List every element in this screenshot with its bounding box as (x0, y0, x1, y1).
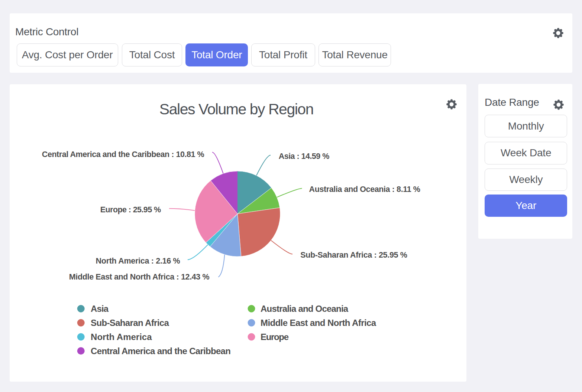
svg-text:Central America and the Caribb: Central America and the Caribbean (91, 346, 231, 356)
svg-text:Europe: Europe (261, 332, 289, 342)
svg-text:Europe : 25.95 %: Europe : 25.95 % (100, 205, 161, 214)
svg-text:Australia and Oceania: Australia and Oceania (261, 304, 349, 314)
svg-text:Sub-Saharan Africa: Sub-Saharan Africa (91, 318, 169, 328)
svg-text:Asia: Asia (91, 304, 109, 314)
svg-text:Sales Volume by Region: Sales Volume by Region (159, 101, 314, 118)
svg-text:North America: North America (91, 332, 152, 342)
svg-text:North America : 2.16 %: North America : 2.16 % (96, 257, 180, 265)
svg-text:Central America and the Caribb: Central America and the Caribbean : 10.8… (42, 150, 204, 159)
svg-text:Middle East and North Africa: Middle East and North Africa (261, 318, 376, 328)
svg-text:Asia : 14.59 %: Asia : 14.59 % (279, 152, 330, 161)
svg-text:Australia and Oceania : 8.11 %: Australia and Oceania : 8.11 % (309, 185, 420, 194)
svg-text:Middle East and North Africa :: Middle East and North Africa : 12.43 % (69, 272, 210, 281)
svg-text:Sub-Saharan Africa : 25.95 %: Sub-Saharan Africa : 25.95 % (300, 251, 407, 259)
